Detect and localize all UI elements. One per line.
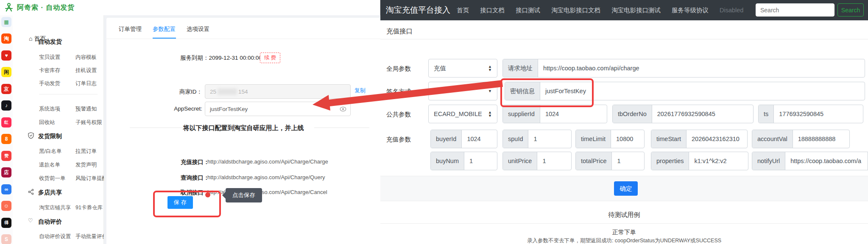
right-window: 淘宝充值平台接入 首页 接口文档 接口测试 淘宝电影接口文档 淘宝电影接口测试 …	[380, 0, 868, 244]
app-icon-dewu[interactable]: 得	[1, 218, 11, 228]
sidebar-section-auto-ship[interactable]: 自动发货	[38, 38, 62, 46]
app-icon-aqiso[interactable]: ▦	[1, 17, 11, 27]
time-limit-input[interactable]: 10800	[611, 130, 644, 148]
charge-api-url: http://aldstbcharge.agiso.com/Api/Charge…	[207, 158, 328, 165]
sidebar-item[interactable]: 收货前一单	[39, 175, 66, 181]
sidebar-item[interactable]: 挂机设置	[75, 67, 97, 74]
sidebar-item[interactable]: 手动发货	[39, 80, 60, 86]
request-url-group: 请求地址 https://coop.taobao.com/api/charge	[502, 59, 865, 78]
sidebar-item[interactable]: 卡密库存	[39, 67, 60, 73]
save-button[interactable]: 保 存	[167, 196, 193, 209]
sidebar-item[interactable]: 子账号权限	[75, 119, 102, 126]
click-save-tooltip: 点击保存	[226, 188, 262, 202]
sidebar-item[interactable]: 预警通知	[75, 105, 97, 113]
properties-input[interactable]: k1:v1^k2:v2	[689, 152, 748, 170]
ts-group: ts 1776932590845	[758, 105, 863, 123]
sidebar-item[interactable]: 拉黑订单	[75, 148, 97, 155]
total-price-input[interactable]: 1	[612, 152, 644, 170]
buy-num-group: buyNum 1	[430, 152, 497, 170]
notify-url-input[interactable]: https://coop.taobao.com/a	[785, 152, 868, 170]
sign-method-select[interactable]: MD5 ▼	[428, 82, 497, 100]
sidebar-item[interactable]: 手动批量评价	[75, 233, 107, 240]
merchant-id-field[interactable]: 25 154	[205, 84, 351, 99]
app-icon-xiaohongshu[interactable]: 红	[1, 117, 11, 128]
total-price-group: totalPrice 1	[575, 152, 645, 170]
sidebar-item[interactable]: 宝贝设置	[39, 54, 60, 60]
renew-button[interactable]: 续 费	[260, 53, 280, 63]
deploy-heading: 将以下接口配置到淘宝自研应用上，并上线	[106, 124, 380, 132]
sidebar-section-multi-store[interactable]: 多店共享	[38, 189, 62, 197]
buy-num-input[interactable]: 1	[464, 152, 497, 170]
sidebar-row: 自动评价设置手动批量评价	[39, 233, 113, 240]
spu-id-input[interactable]: 1	[528, 130, 571, 148]
aqiso-logo-icon	[4, 3, 14, 13]
app-icon-xianyu[interactable]: 闲	[1, 67, 11, 77]
sidebar-item[interactable]: 91卡券仓库	[75, 204, 103, 211]
sidebar-item[interactable]: 淘宝店铺共享	[39, 205, 71, 211]
app-icon-jd[interactable]: 京	[1, 84, 11, 94]
sidebar-item[interactable]: 自动评价设置	[39, 233, 71, 239]
app-icon-mascot[interactable]: ☺	[1, 201, 11, 211]
navbar-links: 首页 接口文档 接口测试 淘宝电影接口文档 淘宝电影接口测试 服务等级协议 Di…	[457, 0, 743, 20]
secret-key-group: 密钥信息 justForTestKey	[505, 82, 865, 100]
nav-movie-api-docs[interactable]: 淘宝电影接口文档	[551, 6, 600, 14]
sidebar-item[interactable]: 回收站	[39, 119, 55, 125]
app-icon-shopee[interactable]: S	[1, 234, 11, 244]
secret-key-input[interactable]: justForTestKey	[540, 82, 865, 100]
sidebar-item[interactable]: 退款名单	[39, 162, 60, 168]
account-val-input[interactable]: 18888888888	[793, 130, 849, 148]
sidebar-section-auto-review[interactable]: 自动评价	[38, 218, 62, 226]
navbar-brand[interactable]: 淘宝充值平台接入	[386, 0, 450, 20]
nav-api-docs[interactable]: 接口文档	[480, 6, 505, 14]
sidebar-section-ship-limits[interactable]: 发货限制	[38, 133, 62, 140]
supplier-id-input[interactable]: 1024	[540, 105, 607, 123]
divider	[380, 39, 868, 39]
app-icon-like[interactable]: 赞	[1, 151, 11, 161]
sidebar-item[interactable]: 风险订单提醒	[75, 175, 107, 182]
updown-arrows-icon: ▲▼	[488, 65, 492, 72]
nav-api-test[interactable]: 接口测试	[516, 6, 540, 14]
confirm-button[interactable]: 确定	[614, 181, 638, 196]
tab-option-settings[interactable]: 选项设置	[187, 25, 209, 33]
app-icon-heart[interactable]: ♥	[1, 50, 11, 61]
ts-input[interactable]: 1776932590845	[774, 105, 863, 123]
service-expiry-date: 2099-12-31 00:00:00	[209, 55, 262, 61]
divider	[130, 128, 185, 128]
sidebar-item[interactable]: 系统选项	[39, 106, 60, 112]
sidebar-item[interactable]: 内容模板	[75, 54, 97, 61]
secret-key-addon: 密钥信息	[505, 82, 540, 100]
app-icon-dian[interactable]: 店	[1, 167, 11, 177]
request-url-input[interactable]: https://coop.taobao.com/api/charge	[538, 59, 865, 77]
tb-order-no-input[interactable]: 20261776932590845	[652, 105, 753, 123]
service-expiry-row: 服务到期：2099-12-31 00:00:00	[180, 54, 262, 62]
app-icon-kuaishou[interactable]: 8	[1, 134, 11, 144]
sidebar-item[interactable]: 黑/白名单	[39, 148, 61, 154]
nav-sla[interactable]: 服务等级协议	[672, 6, 709, 14]
search-button[interactable]: Search	[837, 3, 864, 17]
left-window: 阿奇索 · 自动发货 ▦ 淘 ♥ 闲 京 ♪ 红 8 赞 店 ∞ ☺ 得 S ⌂…	[0, 0, 380, 244]
sidebar-item[interactable]: 订单日志	[75, 80, 97, 87]
global-type-select[interactable]: 充值 ▲▼	[428, 59, 497, 78]
unit-price-input[interactable]: 1	[537, 152, 571, 170]
nav-movie-api-test[interactable]: 淘宝电影接口测试	[611, 6, 661, 14]
account-val-group: accountVal 18888888888	[752, 130, 850, 148]
appsecret-field[interactable]: justForTestKey	[205, 102, 351, 116]
sidebar-row: 系统选项预警通知	[39, 105, 113, 113]
tab-parameter-config[interactable]: 参数配置	[153, 25, 176, 33]
sidebar-item[interactable]: 发货声明	[75, 161, 97, 169]
time-start-input[interactable]: 20260423162310	[687, 130, 747, 148]
search-input[interactable]	[756, 3, 835, 17]
card-type-select[interactable]: ECARD_MOBILE ▲▼	[428, 105, 497, 123]
query-api-url: http://aldstbcharge.agiso.com/Api/Charge…	[207, 174, 325, 180]
spu-id-group: spuId 1	[502, 130, 572, 148]
app-icon-taobao[interactable]: 淘	[1, 33, 11, 44]
navbar: 淘宝充值平台接入 首页 接口文档 接口测试 淘宝电影接口文档 淘宝电影接口测试 …	[380, 0, 868, 20]
copy-link[interactable]: 复制	[354, 87, 366, 94]
app-icon-douyin[interactable]: ♪	[1, 100, 11, 111]
buyer-id-input[interactable]: 1024	[462, 130, 497, 148]
nav-home[interactable]: 首页	[457, 6, 469, 14]
eye-icon[interactable]	[340, 106, 346, 112]
tab-order-management[interactable]: 订单管理	[119, 25, 142, 33]
app-icon-chain[interactable]: ∞	[1, 184, 11, 194]
sidebar-row: 宝贝设置内容模板	[39, 54, 113, 61]
